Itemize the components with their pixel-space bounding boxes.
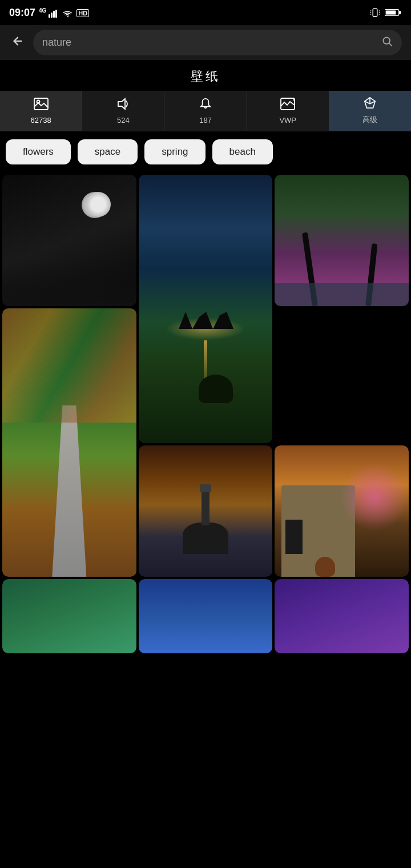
signal-icons: 4G HD [39,7,89,18]
vwp-icon [280,98,295,114]
tab-vwp[interactable]: VWP [247,91,329,131]
chip-flowers[interactable]: flowers [6,139,71,164]
tab-advanced[interactable]: 高级 [329,91,411,131]
tab-sounds[interactable]: 524 [82,91,164,131]
search-input[interactable] [42,37,376,49]
diamond-icon [363,97,377,112]
tab-sounds-label: 524 [117,116,130,124]
svg-marker-18 [118,99,125,109]
wallpaper-9[interactable] [275,579,409,653]
wallpaper-3[interactable] [275,175,409,306]
wallpaper-7[interactable] [2,579,136,653]
svg-rect-12 [399,11,401,14]
svg-rect-3 [55,10,57,18]
chip-beach[interactable]: beach [212,139,273,164]
chip-space[interactable]: space [78,139,138,164]
wallpaper-5[interactable] [139,445,273,577]
wallpaper-4[interactable] [2,308,136,577]
sounds-icon [116,98,131,114]
status-time-area: 09:07 4G HD [9,7,89,19]
category-tabs: 62738 524 187 VWP [0,91,411,131]
images-icon [34,98,49,114]
back-button[interactable] [9,33,26,53]
tab-images[interactable]: 62738 [0,91,82,131]
search-input-wrapper[interactable] [33,30,402,55]
svg-rect-16 [34,98,48,110]
svg-rect-0 [49,14,50,18]
vibrate-icon [370,7,380,18]
battery-icon [385,8,402,17]
section-title: 壁纸 [0,60,411,91]
tab-alerts[interactable]: 187 [164,91,247,131]
svg-rect-13 [386,10,396,14]
wallpaper-1[interactable] [2,175,136,306]
svg-rect-2 [53,11,55,18]
svg-rect-4 [373,9,377,17]
filter-chips: flowers space spring beach [0,131,411,172]
wallpaper-6[interactable] [275,445,409,577]
search-submit-button[interactable] [381,35,393,50]
tab-vwp-label: VWP [279,116,296,124]
search-bar [0,25,411,60]
wallpaper-8[interactable] [139,579,273,653]
time-display: 09:07 [9,7,35,19]
wallpaper-2[interactable] [139,175,273,443]
chip-spring[interactable]: spring [144,139,205,164]
tab-images-label: 62738 [31,116,51,124]
bell-icon [199,98,212,114]
tab-alerts-label: 187 [199,116,212,124]
tab-advanced-label: 高级 [362,115,377,125]
svg-line-15 [389,43,392,46]
status-bar: 09:07 4G HD [0,0,411,25]
image-grid [0,172,411,656]
svg-rect-1 [51,13,53,18]
status-right-icons [370,7,402,18]
